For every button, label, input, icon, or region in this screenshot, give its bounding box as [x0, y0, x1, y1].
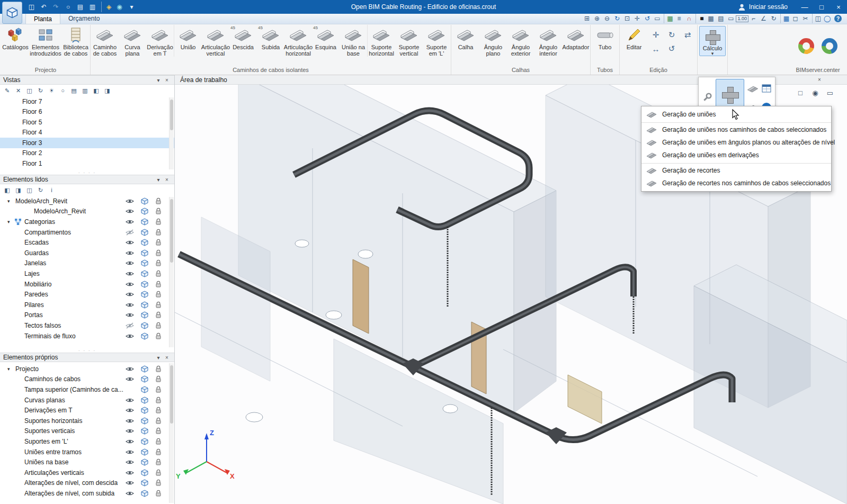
visibility-eye-icon[interactable] — [126, 260, 134, 266]
menu-item[interactable]: Geração de uniões em derivações — [641, 149, 831, 161]
update-icon[interactable]: ↻ — [769, 14, 779, 23]
model-cube-icon[interactable] — [141, 438, 148, 445]
chevron-down-icon[interactable]: ▾ — [7, 199, 14, 204]
delete-view-icon[interactable]: ✕ — [13, 86, 23, 95]
print-view-icon[interactable]: ▤ — [69, 86, 79, 95]
expand-left-icon[interactable]: ◧ — [2, 186, 12, 195]
lock-icon[interactable] — [155, 249, 162, 257]
lock-icon[interactable] — [155, 479, 162, 487]
sync-icon[interactable]: ↻ — [35, 186, 46, 195]
visibility-eye-icon[interactable] — [126, 302, 134, 308]
tree-item[interactable]: ▾ Suportes horizontais — [0, 416, 174, 426]
tree-item[interactable]: ▾ Suportes verticais — [0, 426, 174, 437]
image-export-icon[interactable]: ▦ — [664, 14, 674, 23]
app-logo-icon[interactable] — [2, 2, 22, 24]
lock-icon[interactable] — [155, 375, 162, 383]
lock-icon[interactable] — [155, 458, 162, 466]
model-cube-icon[interactable] — [141, 407, 148, 414]
visibility-eye-icon[interactable] — [126, 312, 134, 318]
catalogos-button[interactable]: Catálogos — [2, 25, 29, 50]
stretch-icon[interactable]: ↔ — [648, 42, 664, 56]
visibility-eye-icon[interactable] — [126, 366, 134, 372]
lock-icon[interactable] — [155, 322, 162, 329]
resources-icon[interactable]: ◈ — [101, 2, 113, 12]
visibility-eye-icon[interactable] — [126, 418, 134, 424]
collapse-panel-icon[interactable]: ▾ — [154, 176, 163, 183]
generate-unions-selected-icon[interactable] — [747, 85, 759, 93]
close-panel-icon[interactable]: × — [163, 176, 171, 183]
lock-icon[interactable] — [155, 259, 162, 267]
tree-item[interactable]: ▾ Uniões na base — [0, 457, 174, 467]
tree-item[interactable]: ▾ Alterações de nível, com descida — [0, 478, 174, 489]
grid-icon[interactable]: ▦ — [706, 14, 716, 23]
visibility-eye-icon[interactable] — [126, 490, 134, 497]
ribbon-button[interactable]: Articulação vertical — [202, 25, 229, 57]
lock-icon[interactable] — [155, 301, 162, 309]
tree-item[interactable]: ▾ Terminais de fluxo — [0, 331, 174, 341]
lock-icon[interactable] — [155, 311, 162, 319]
toolbar-options-icon[interactable]: ▾ — [126, 2, 138, 12]
floor-item[interactable]: Floor 2 — [0, 148, 174, 159]
model-cube-icon[interactable] — [141, 479, 148, 487]
save-icon[interactable]: ◫ — [25, 2, 38, 12]
lock-icon[interactable] — [155, 239, 162, 246]
lock-icon[interactable] — [155, 448, 162, 456]
model-cube-icon[interactable] — [141, 448, 148, 456]
floor-item[interactable]: Floor 4 — [0, 128, 174, 138]
tag-icon[interactable]: ◧ — [91, 86, 101, 95]
tree-item[interactable]: ▾ Articulações verticais — [0, 467, 174, 478]
visibility-eye-icon[interactable] — [126, 208, 134, 214]
ribbon-button[interactable]: Derivação em T — [146, 25, 174, 57]
tree-item[interactable]: ▾ Alterações de nível, com subida — [0, 488, 174, 499]
ribbon-button[interactable]: Calha — [452, 25, 479, 50]
lock-icon[interactable] — [155, 407, 162, 414]
tree-item[interactable]: ▾ Uniões entre tramos — [0, 447, 174, 457]
tree-item[interactable]: ▾ Janelas — [0, 258, 174, 269]
export-view-icon[interactable]: ▥ — [80, 86, 90, 95]
model-cube-icon[interactable] — [141, 218, 148, 226]
tubo-button[interactable]: Tubo — [591, 25, 619, 50]
edit-view-icon[interactable]: ✎ — [2, 86, 12, 95]
rotate-ccw-icon[interactable]: ↺ — [664, 42, 680, 56]
lock-icon[interactable] — [155, 208, 162, 215]
model-cube-icon[interactable] — [141, 332, 148, 340]
panel-splitter[interactable] — [0, 170, 174, 175]
visibility-eye-icon[interactable] — [126, 397, 134, 403]
model-cube-icon[interactable] — [141, 249, 148, 257]
tree-item[interactable]: ▾ Caminhos de cabos — [0, 374, 174, 385]
move-icon[interactable]: ✛ — [648, 28, 664, 42]
scrollbar[interactable] — [169, 197, 174, 347]
ribbon-button[interactable]: Caminho de cabos — [91, 25, 119, 57]
visibility-eye-icon[interactable] — [126, 322, 134, 329]
model-cube-icon[interactable] — [141, 239, 148, 246]
columns-icon[interactable]: ◫ — [24, 186, 34, 195]
plot-icon[interactable]: ▥ — [86, 2, 99, 12]
model-cube-icon[interactable] — [141, 365, 148, 373]
menu-item[interactable]: Geração de recortes — [641, 163, 831, 177]
model-cube-icon[interactable] — [141, 208, 148, 215]
modules-icon[interactable]: ◉ — [113, 2, 126, 12]
keyboard-input-icon[interactable]: ▭ — [726, 14, 736, 23]
scale-icon[interactable]: 1.00 — [736, 15, 748, 22]
model-cube-icon[interactable] — [141, 281, 148, 288]
model-cube-icon[interactable] — [141, 301, 148, 309]
lock-icon[interactable] — [155, 197, 162, 205]
chevron-down-icon[interactable]: ▾ — [7, 219, 14, 224]
bimserver-share-icon[interactable] — [822, 38, 837, 54]
lock-icon[interactable] — [155, 218, 162, 226]
tree-item[interactable]: ▾ Lajes — [0, 268, 174, 279]
clip-icon[interactable]: ✂ — [800, 14, 810, 23]
visibility-eye-icon[interactable] — [126, 239, 134, 246]
visibility-eye-icon[interactable] — [126, 459, 134, 465]
close-workarea-icon[interactable]: × — [815, 76, 824, 84]
lock-icon[interactable] — [155, 365, 162, 373]
minimize-button[interactable]: — — [796, 0, 813, 14]
tree-item[interactable]: ▾ Paredes — [0, 289, 174, 300]
ribbon-button[interactable]: Curva plana — [119, 25, 146, 57]
snap-grid-icon[interactable]: ▤ — [716, 14, 726, 23]
measure-icon[interactable]: ≡ — [674, 14, 684, 23]
chevron-down-icon[interactable]: ▾ — [7, 366, 14, 372]
model-cube-icon[interactable] — [141, 270, 148, 277]
ribbon-button[interactable]: Ângulo exterior — [507, 25, 534, 57]
split-window-icon[interactable]: ◫ — [812, 14, 822, 23]
